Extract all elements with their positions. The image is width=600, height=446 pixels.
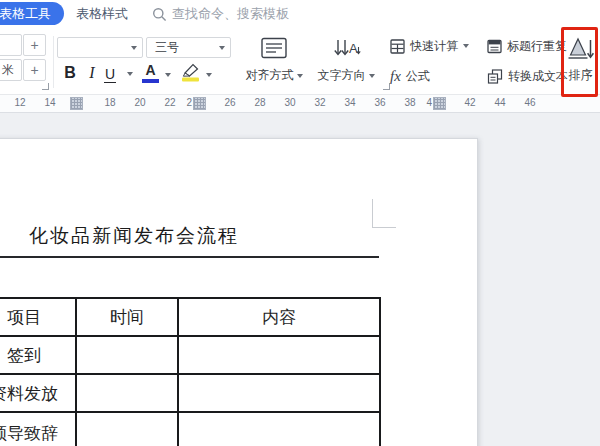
cell-size-dialog-launcher-icon [42,83,49,90]
cell-alignment-icon [261,37,287,61]
header-cell-time[interactable]: 时间 [76,298,178,336]
cell[interactable]: 签到 [0,336,76,374]
repeat-header-row-button[interactable]: 标题行重复 [487,37,567,55]
ruler-number: 12 [10,97,30,108]
table-column-marker-icon[interactable] [70,97,83,110]
calculator-icon [390,39,405,54]
wps-table-tools-window: 表格工具 表格样式 查找命令、搜索模板 + 米 + 三号 B I [0,0,600,446]
column-width-increase-button[interactable]: + [23,59,46,81]
alignment-dialog-launcher-icon [383,83,390,90]
svg-text:A: A [349,41,358,56]
table-row: 签到 [0,336,380,374]
ruler-number: 20 [130,97,150,108]
chevron-down-icon [127,72,133,76]
document-title[interactable]: 化妆品新闻发布会流程 [29,223,239,249]
highlight-color-button[interactable] [180,62,202,82]
text-direction-button[interactable]: A 文字方向 [314,34,378,88]
column-width-input[interactable]: 米 [0,59,22,81]
table-column-marker-icon[interactable] [193,97,206,110]
sort-button[interactable]: 排序 [564,32,597,90]
cell[interactable] [178,374,380,412]
quick-calc-label: 快速计算 [410,38,458,55]
search-icon [152,7,167,22]
font-color-button[interactable]: A [142,63,159,83]
font-color-letter: A [142,63,159,78]
font-size-select[interactable]: 三号 [146,37,231,58]
horizontal-ruler[interactable]: 0 12 14 18 20 22 2 26 28 30 32 34 36 38 … [0,94,600,113]
ruler-number: 44 [490,97,510,108]
ruler-number: 32 [310,97,330,108]
document-canvas: 化妆品新闻发布会流程 项目 时间 内容 签到 资料发放 [0,113,600,446]
font-size-value: 三号 [147,39,219,56]
ribbon-toolbar: + 米 + 三号 B I U A [0,28,600,94]
convert-to-text-button[interactable]: 转换成文本 [487,67,568,85]
ruler-number: 18 [100,97,120,108]
ruler-number: 26 [220,97,240,108]
italic-button[interactable]: I [84,64,100,88]
ruler-number: 4 [416,97,432,108]
margin-corner-mark [372,199,373,228]
row-height-input[interactable] [0,34,22,56]
cell[interactable] [178,336,380,374]
ruler-number: 0 [0,97,6,108]
cell[interactable]: 资料发放 [0,374,76,412]
search-placeholder: 查找命令、搜索模板 [172,5,289,23]
table-header-row: 项目 时间 内容 [0,298,380,336]
font-name-select[interactable] [57,37,143,58]
cell[interactable] [76,374,178,412]
tab-table-style[interactable]: 表格样式 [76,0,128,28]
table-row: 领导致辞 [0,412,380,446]
font-color-swatch [142,79,159,83]
ruler-number: 36 [370,97,390,108]
title-underline [0,256,379,258]
sort-label: 排序 [569,67,593,84]
formula-label: 公式 [406,68,430,85]
chevron-down-icon [297,74,303,78]
ruler-number: 2 [176,97,192,108]
cell[interactable] [76,412,178,446]
alignment-label: 对齐方式 [246,67,294,84]
cell[interactable]: 领导致辞 [0,412,76,446]
ruler-number: 30 [280,97,300,108]
repeat-header-label: 标题行重复 [507,38,567,55]
margin-corner-mark [372,227,396,228]
ruler-number: 46 [520,97,540,108]
tab-table-tools[interactable]: 表格工具 [0,2,64,25]
ruler-number: 34 [340,97,360,108]
header-cell-item[interactable]: 项目 [0,298,76,336]
header-cell-content[interactable]: 内容 [178,298,380,336]
chevron-down-icon [131,46,137,50]
ribbon-tab-bar: 表格工具 表格样式 查找命令、搜索模板 [0,0,600,28]
chevron-down-icon [463,44,469,48]
table-row: 资料发放 [0,374,380,412]
document-page[interactable]: 化妆品新闻发布会流程 项目 时间 内容 签到 资料发放 [0,138,478,446]
fx-icon: fx [390,68,401,85]
cell[interactable] [178,412,380,446]
quick-calc-button[interactable]: 快速计算 [390,37,469,55]
schedule-table: 项目 时间 内容 签到 资料发放 领导致辞 [0,297,381,446]
table-column-marker-icon[interactable] [433,97,446,110]
chevron-down-icon [219,46,225,50]
command-search[interactable]: 查找命令、搜索模板 [152,0,289,28]
group-divider [53,36,54,88]
highlighter-icon [180,62,202,82]
ruler-number: 42 [460,97,480,108]
bold-button[interactable]: B [60,64,80,88]
underline-letter: U [104,66,116,83]
convert-to-text-icon [487,69,503,84]
underline-button[interactable]: U [104,65,133,83]
ruler-number: 28 [250,97,270,108]
alignment-button[interactable]: 对齐方式 [242,34,306,88]
convert-to-text-label: 转换成文本 [508,68,568,85]
text-direction-label: 文字方向 [318,67,366,84]
chevron-down-icon[interactable] [206,73,212,77]
formula-button[interactable]: fx 公式 [390,67,430,85]
chevron-down-icon[interactable] [165,73,171,77]
repeat-header-icon [487,39,502,54]
text-direction-icon: A [331,37,361,61]
cell[interactable] [76,336,178,374]
chevron-down-icon [369,74,375,78]
row-height-increase-button[interactable]: + [23,34,46,56]
ruler-number: 14 [40,97,60,108]
sort-az-icon [567,35,594,63]
